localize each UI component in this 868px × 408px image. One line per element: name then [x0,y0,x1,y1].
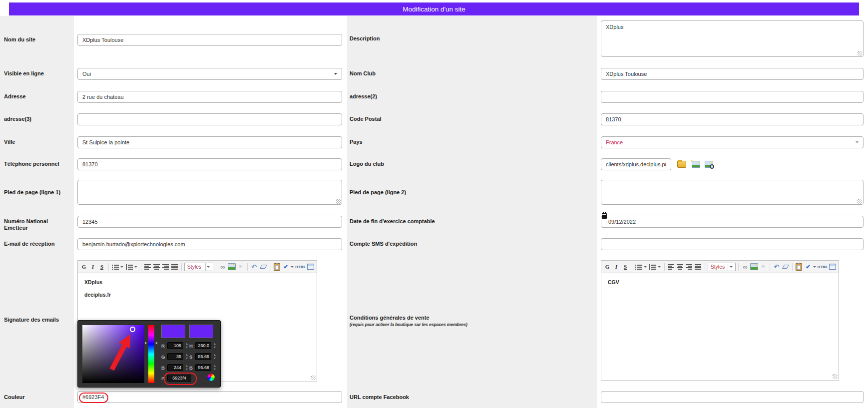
align-justify-button[interactable] [694,263,702,271]
resize-handle[interactable] [311,376,316,381]
html-source-button[interactable]: HTML [296,263,306,271]
image-preview-button[interactable] [704,160,713,168]
previous-color-swatch[interactable] [189,325,213,338]
adresse3-input[interactable] [77,113,342,125]
link-icon[interactable]: ∞ [741,263,749,271]
remove-format-button[interactable] [782,263,790,271]
code-postal-input[interactable] [601,113,864,125]
insert-image-button[interactable] [750,263,758,271]
align-right-button[interactable] [162,263,170,271]
saturation-input[interactable] [195,353,211,360]
hex-input[interactable] [167,375,191,382]
undo-icon[interactable]: ↶ [250,263,258,271]
browse-folder-button[interactable] [677,160,686,168]
chevron-down-icon[interactable] [644,266,647,268]
bold-button[interactable]: G [80,263,88,271]
stepper-icon[interactable] [185,354,189,360]
bold-button[interactable]: G [603,263,611,271]
resize-handle[interactable] [833,374,838,379]
green-input[interactable] [167,353,183,360]
pays-select[interactable]: France [601,136,864,148]
visible-en-ligne-select[interactable]: Oui [77,68,342,80]
adresse2-input[interactable] [601,91,864,103]
resize-handle[interactable] [858,51,863,56]
calendar-icon[interactable] [602,213,607,219]
undo-icon[interactable]: ↶ [773,263,781,271]
chevron-down-icon[interactable] [134,266,137,268]
pied-de-page-2-textarea[interactable] [601,180,864,205]
chevron-down-icon[interactable] [120,266,123,268]
email-reception-input[interactable] [77,238,342,250]
styles-dropdown-button[interactable] [728,263,735,271]
logo-du-club-input[interactable] [601,158,671,170]
nom-du-site-input[interactable] [77,34,342,46]
fullscreen-button[interactable] [829,263,837,271]
styles-dropdown-button[interactable] [205,263,212,271]
numbered-list-button[interactable] [649,263,657,271]
link-icon[interactable]: ∞ [219,263,227,271]
stepper-icon[interactable] [213,343,217,349]
compte-sms-input[interactable] [601,238,864,250]
blue-input[interactable] [167,364,183,371]
hue-handle-left[interactable] [145,342,147,345]
spellcheck-icon[interactable]: ✔ [282,263,290,271]
unlink-icon: ✳ [237,263,245,271]
stepper-icon[interactable] [185,365,189,371]
align-right-icon [162,264,169,270]
align-left-button[interactable] [667,263,675,271]
red-input[interactable] [167,342,183,349]
stepper-icon[interactable] [185,343,189,349]
resize-handle[interactable] [336,199,341,204]
italic-button[interactable]: I [89,263,97,271]
nom-club-input[interactable] [601,68,864,80]
bullet-list-button[interactable] [111,263,119,271]
fullscreen-button[interactable] [307,263,315,271]
html-source-button[interactable]: HTML [818,263,828,271]
chevron-down-icon[interactable] [658,266,661,268]
brightness-input[interactable] [195,364,211,371]
underline-button[interactable]: S [621,263,629,271]
hue-handle-right[interactable] [155,342,157,345]
rte-content[interactable]: CGV [601,273,839,296]
color-wheel-icon[interactable] [207,374,215,381]
styles-select[interactable]: Styles [708,263,736,271]
stepper-icon[interactable] [213,365,217,371]
resize-handle[interactable] [858,199,863,204]
telephone-personnel-input[interactable] [77,158,342,170]
stepper-icon[interactable] [213,354,217,360]
color-marker[interactable] [130,327,135,332]
hue-slider[interactable] [148,325,154,383]
url-facebook-input[interactable] [601,391,864,403]
align-center-button[interactable] [153,263,161,271]
spellcheck-icon[interactable]: ✔ [804,263,812,271]
ville-input[interactable] [77,136,342,148]
align-center-button[interactable] [676,263,684,271]
chevron-down-icon[interactable] [813,266,816,268]
green-field-row: G [161,353,189,360]
adresse-input[interactable] [77,91,342,103]
remove-format-button[interactable] [259,263,268,271]
numbered-list-button[interactable] [125,263,133,271]
field-label: Compte SMS d'expédition [350,241,549,247]
rte-content[interactable]: XDplus deciplus.fr [78,273,317,308]
cgv-editor[interactable]: G I S Styles ∞ ✳ ↶ [601,260,839,381]
align-right-button[interactable] [685,263,693,271]
hue-input[interactable] [195,342,211,349]
chevron-down-icon[interactable] [291,266,294,268]
pied-de-page-1-textarea[interactable] [77,180,342,205]
saturation-value-area[interactable] [82,325,144,383]
insert-image-button[interactable] [228,263,236,271]
couleur-input[interactable] [77,391,342,403]
italic-button[interactable]: I [612,263,620,271]
align-left-button[interactable] [144,263,152,271]
paste-button[interactable] [273,263,281,271]
image-add-button[interactable] [691,160,700,168]
bullet-list-button[interactable] [635,263,643,271]
date-exercice-comptable-input[interactable] [601,216,864,228]
paste-button[interactable] [795,263,803,271]
description-textarea[interactable]: XDplus [601,20,864,57]
styles-select[interactable]: Styles [184,263,213,271]
numero-national-emetteur-input[interactable] [77,216,342,228]
align-justify-button[interactable] [171,263,179,271]
underline-button[interactable]: S [98,263,106,271]
